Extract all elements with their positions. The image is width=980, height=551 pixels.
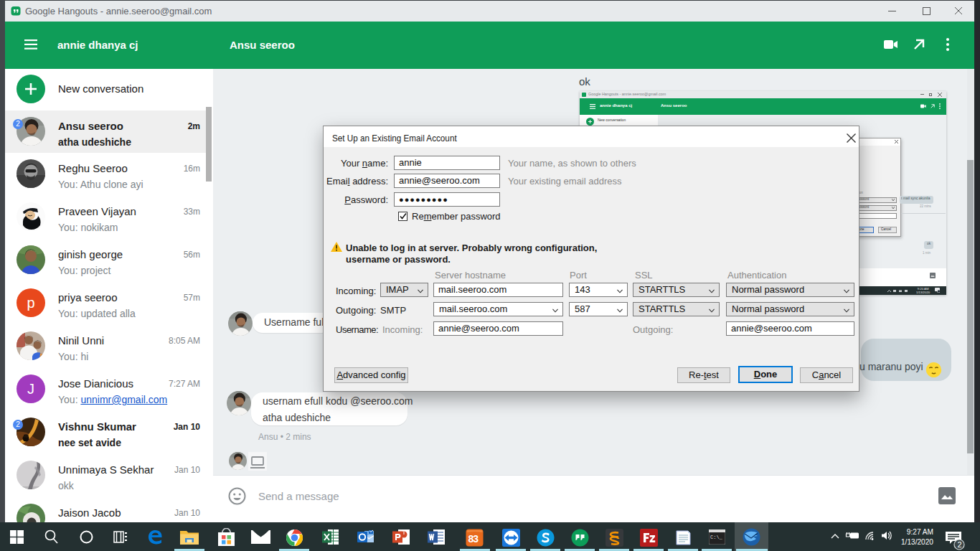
svg-text:2: 2 [958,540,962,549]
svg-text:83: 83 [468,533,479,545]
svg-text:C:\_: C:\_ [710,534,723,540]
